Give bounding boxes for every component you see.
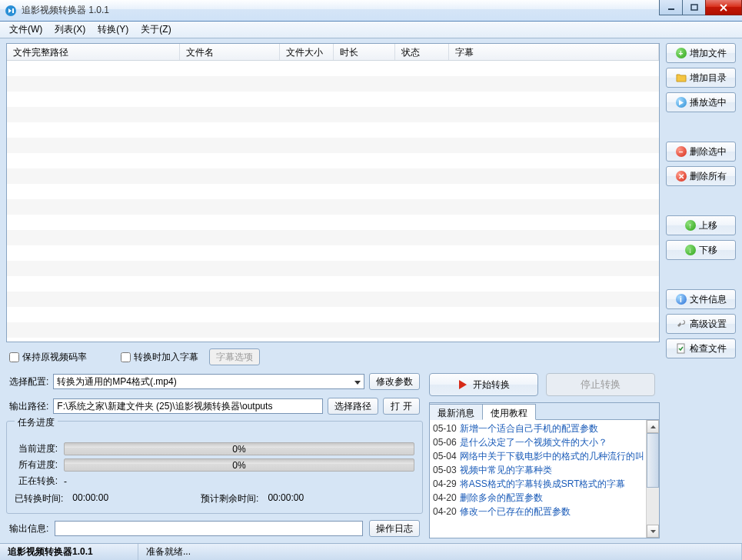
col-status[interactable]: 状态 [395,44,449,60]
news-link[interactable]: 删除多余的配置参数 [460,491,543,505]
menu-about[interactable]: 关于(Z) [135,22,177,38]
add-subtitle-option[interactable]: 转换时加入字幕 [121,351,198,364]
svg-rect-2 [691,5,697,10]
move-up-button[interactable]: ↑上移 [666,215,736,235]
move-up-label: 上移 [699,219,717,232]
menu-list[interactable]: 列表(X) [48,22,92,38]
close-button[interactable] [705,0,742,15]
news-link[interactable]: 将ASS格式的字幕转换成SRT格式的字幕 [460,477,626,491]
col-name[interactable]: 文件名 [180,44,280,60]
output-path-display: F:\系统之家\新建文件夹 (25)\追影视频转换器\outputs [53,398,323,414]
play-icon [458,379,468,390]
plus-icon: + [676,48,687,58]
output-info-field[interactable] [55,521,363,536]
svg-rect-1 [668,8,674,10]
progress-legend: 任务进度 [15,416,58,429]
menu-file[interactable]: 文件(W) [3,22,48,38]
news-item: 05-06是什么决定了一个视频文件的大小？ [433,435,644,449]
news-link[interactable]: 新增一个适合自己手机的配置参数 [460,422,598,435]
scroll-down-icon[interactable] [647,525,659,538]
lower-area: 选择配置: 转换为通用的MP4格式(.mp4) 修改参数 输出路径: F:\系统… [6,372,660,538]
move-down-button[interactable]: ↓下移 [666,240,736,260]
log-button[interactable]: 操作日志 [369,520,420,537]
move-down-label: 下移 [699,244,717,257]
keep-bitrate-checkbox[interactable] [9,352,19,362]
all-progress-pct: 0% [232,460,245,471]
current-progress-bar: 0% [64,442,414,455]
x-icon: ✕ [676,171,687,182]
wrench-icon [676,318,687,329]
minus-icon: – [676,146,687,157]
add-file-label: 增加文件 [690,47,727,60]
start-convert-button[interactable]: 开始转换 [429,373,538,396]
menu-bar: 文件(W) 列表(X) 转换(Y) 关于(Z) [0,22,742,38]
current-progress-line: 当前进度: 0% [15,442,414,455]
table-body[interactable] [7,61,659,342]
converting-label: 正在转换: [15,475,58,488]
window-controls [659,0,742,15]
open-path-button[interactable]: 打 开 [383,398,420,415]
right-column: +增加文件 增加目录 播放选中 –删除选中 ✕删除所有 ↑上移 ↓下移 i文件信… [663,38,742,543]
main-area: 文件完整路径 文件名 文件大小 时长 状态 字幕 保持原视频码率 转换时加入字幕… [0,38,742,543]
info-area: 最新消息 使用教程 05-10新增一个适合自己手机的配置参数 05-06是什么决… [429,402,660,538]
elapsed-label: 已转换时间: [15,492,63,505]
keep-bitrate-option[interactable]: 保持原视频码率 [9,351,87,364]
progress-group: 任务进度 当前进度: 0% 所有进度: 0% 正在转换: - 已转换时间:00 [6,421,423,514]
status-app: 追影视频转换器1.0.1 [0,544,138,560]
tab-news[interactable]: 最新消息 [429,404,483,420]
file-info-label: 文件信息 [690,293,727,306]
scroll-up-icon[interactable] [647,420,659,433]
table-header-row: 文件完整路径 文件名 文件大小 时长 状态 字幕 [7,44,659,61]
info-scrollbar[interactable] [646,420,659,538]
add-file-button[interactable]: +增加文件 [666,43,736,63]
tab-tutorial[interactable]: 使用教程 [482,404,536,420]
file-info-button[interactable]: i文件信息 [666,289,736,309]
col-subtitle[interactable]: 字幕 [449,44,659,60]
news-item: 05-03视频中常见的字幕种类 [433,463,644,477]
delete-all-button[interactable]: ✕删除所有 [666,166,736,186]
info-body[interactable]: 05-10新增一个适合自己手机的配置参数 05-06是什么决定了一个视频文件的大… [430,420,659,538]
stop-convert-button[interactable]: 停止转换 [546,373,655,396]
document-check-icon [676,343,687,354]
add-subtitle-checkbox[interactable] [121,352,131,362]
converting-value: - [64,476,67,487]
info-tabs: 最新消息 使用教程 [430,403,659,420]
arrow-down-icon: ↓ [685,245,696,255]
action-row: 开始转换 停止转换 [429,372,660,398]
news-link[interactable]: 修改一个已存在的配置参数 [460,505,571,518]
modify-params-button[interactable]: 修改参数 [369,373,420,390]
news-link[interactable]: 视频中常见的字幕种类 [460,463,552,477]
add-subtitle-label: 转换时加入字幕 [134,351,198,364]
choose-path-button[interactable]: 选择路径 [328,398,378,415]
left-column: 文件完整路径 文件名 文件大小 时长 状态 字幕 保持原视频码率 转换时加入字幕… [0,38,663,543]
maximize-button[interactable] [682,0,705,15]
news-link[interactable]: 是什么决定了一个视频文件的大小？ [460,435,607,449]
all-progress-line: 所有进度: 0% [15,458,414,472]
col-size[interactable]: 文件大小 [280,44,334,60]
news-link[interactable]: 网络中关于下载电影中的格式的几种流行的叫 [460,449,644,463]
play-selected-button[interactable]: 播放选中 [666,92,736,112]
dropdown-caret-icon [354,376,361,387]
current-progress-pct: 0% [232,444,245,455]
delete-selected-button[interactable]: –删除选中 [666,142,736,162]
config-value: 转换为通用的MP4格式(.mp4) [57,375,176,388]
check-file-button[interactable]: 检查文件 [666,338,736,358]
status-ready: 准备就绪... [138,544,742,560]
config-row: 选择配置: 转换为通用的MP4格式(.mp4) 修改参数 [6,372,423,392]
minimize-button[interactable] [659,0,682,15]
news-item: 05-10新增一个适合自己手机的配置参数 [433,422,644,435]
advanced-settings-button[interactable]: 高级设置 [666,314,736,334]
config-select[interactable]: 转换为通用的MP4格式(.mp4) [53,374,364,389]
menu-convert[interactable]: 转换(Y) [92,22,135,38]
add-dir-button[interactable]: 增加目录 [666,68,736,88]
subtitle-options-button[interactable]: 字幕选项 [209,348,260,365]
scroll-thumb[interactable] [647,433,659,488]
svg-rect-3 [677,344,684,353]
remain-label: 预计剩余时间: [201,492,258,505]
del-sel-label: 删除选中 [690,145,727,158]
col-duration[interactable]: 时长 [334,44,395,60]
del-all-label: 删除所有 [690,170,727,183]
col-path[interactable]: 文件完整路径 [7,44,180,60]
file-table: 文件完整路径 文件名 文件大小 时长 状态 字幕 [6,43,660,342]
start-convert-label: 开始转换 [473,378,510,392]
